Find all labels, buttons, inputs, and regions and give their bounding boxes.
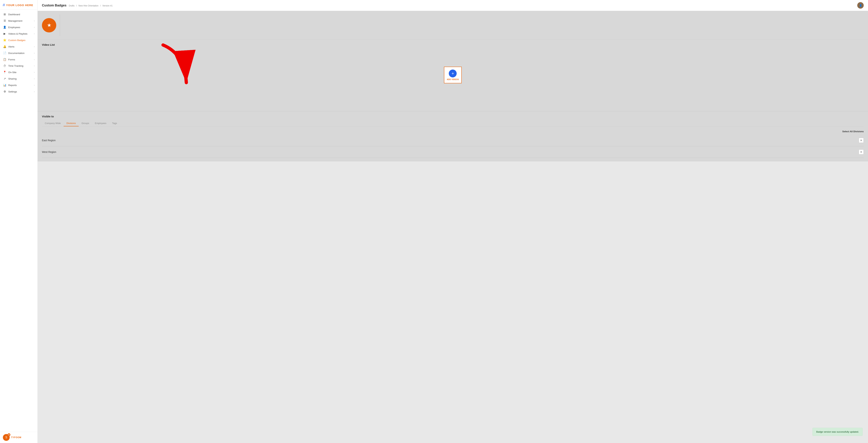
logo-area: // YOUR LOGO HERE <box>0 0 37 10</box>
on-site-chevron: › <box>34 71 35 73</box>
visible-to-section: Visible to Company WideDivisionsGroupsEm… <box>38 111 868 161</box>
logo-icon: // <box>3 3 5 7</box>
dashboard-icon: ⊞ <box>3 13 6 16</box>
sidebar-nav: ⊞ Dashboard ☰ Management › 👤 Employees ›… <box>0 10 37 432</box>
alerts-chevron: › <box>34 46 35 48</box>
management-chevron: › <box>34 20 35 22</box>
time-tracking-label: Time Tracking <box>8 64 32 67</box>
breadcrumb-sep1: / <box>76 4 77 7</box>
division-item: East Region ✕ <box>42 135 864 146</box>
documentation-chevron: › <box>34 52 35 54</box>
forms-chevron: › <box>34 59 35 61</box>
user-avatar[interactable]: 👤 <box>857 2 864 9</box>
dashboard-label: Dashboard <box>8 13 35 16</box>
video-list-section: Video List + ADD VIDEOS <box>38 39 868 111</box>
sharing-chevron: › <box>34 78 35 80</box>
visible-to-title: Visible to <box>42 115 864 118</box>
reports-chevron: › <box>34 84 35 86</box>
sidebar-item-custom-badges[interactable]: ⭐ Custom Badges <box>0 37 37 43</box>
time-tracking-chevron: › <box>34 65 35 67</box>
top-section: ★ <box>38 11 868 39</box>
sidebar-item-management[interactable]: ☰ Management › <box>0 18 37 24</box>
tab-company-wide[interactable]: Company Wide <box>42 120 64 126</box>
reports-icon: 📊 <box>3 84 6 87</box>
videos-playlists-label: Videos & Playlists <box>8 32 32 35</box>
time-tracking-icon: ⏱ <box>3 64 6 67</box>
sidebar-item-alerts[interactable]: 🔔 Alerts › <box>0 43 37 50</box>
on-site-label: On-Site <box>8 71 32 73</box>
sidebar-item-forms[interactable]: 📋 Forms › <box>0 56 37 63</box>
sidebar-item-on-site[interactable]: 📍 On-Site › <box>0 69 37 76</box>
select-all-label[interactable]: Select All Divisions <box>42 130 864 133</box>
video-list-title: Video List <box>42 43 864 46</box>
alerts-icon: 🔔 <box>3 45 6 48</box>
sidebar-item-employees[interactable]: 👤 Employees › <box>0 24 37 30</box>
breadcrumb: Drafts / New Hire Orientation / Version … <box>68 4 113 7</box>
add-videos-area: + ADD VIDEOS <box>42 50 864 100</box>
main-area: Custom Badges Drafts / New Hire Orientat… <box>38 0 868 443</box>
sidebar-item-time-tracking[interactable]: ⏱ Time Tracking › <box>0 63 37 69</box>
settings-icon: ⚙ <box>3 90 6 93</box>
division-name: East Region <box>42 139 56 142</box>
alerts-label: Alerts <box>8 45 32 48</box>
sharing-label: Sharing <box>8 78 32 80</box>
videos-playlists-icon: ▶ <box>3 32 6 35</box>
page-title: Custom Badges <box>42 4 66 7</box>
sidebar-item-settings[interactable]: ⚙ Settings › <box>0 88 37 95</box>
on-site-icon: 📍 <box>3 70 6 74</box>
badge-thumbnail: ★ <box>42 18 56 32</box>
settings-chevron: › <box>34 91 35 93</box>
content-area: ★ Video List + <box>38 11 868 443</box>
breadcrumb-version: Version #1 <box>102 4 113 7</box>
add-videos-label: ADD VIDEOS <box>447 79 459 81</box>
breadcrumb-sep2: / <box>100 4 101 7</box>
division-close-button[interactable]: ✕ <box>859 138 864 143</box>
breadcrumb-drafts: Drafts <box>69 4 74 7</box>
tab-divisions[interactable]: Divisions <box>64 120 79 126</box>
forms-label: Forms <box>8 58 32 61</box>
documentation-label: Documentation <box>8 52 32 55</box>
division-name: West Region <box>42 151 56 153</box>
tab-groups[interactable]: Groups <box>79 120 92 126</box>
videos-playlists-chevron: › <box>34 33 35 35</box>
settings-label: Settings <box>8 90 32 93</box>
toast-message: Badge version was successfully updated. <box>816 431 859 433</box>
sidebar-item-sharing[interactable]: ↗ Sharing › <box>0 76 37 82</box>
management-label: Management <box>8 20 32 22</box>
toast-notification: Badge version was successfully updated. <box>812 428 863 436</box>
add-icon: + <box>449 69 457 78</box>
add-videos-button[interactable]: + ADD VIDEOS <box>444 67 462 83</box>
header-left: Custom Badges Drafts / New Hire Orientat… <box>42 4 113 7</box>
sidebar-item-documentation[interactable]: 📄 Documentation › <box>0 50 37 56</box>
division-close-button[interactable]: ✕ <box>859 149 864 154</box>
breadcrumb-orientation: New Hire Orientation <box>79 4 98 7</box>
division-item: West Region ✕ <box>42 146 864 158</box>
employees-label: Employees <box>8 26 32 29</box>
tab-employees[interactable]: Employees <box>92 120 109 126</box>
employees-chevron: › <box>34 26 35 28</box>
footer-logo-wrap: S 20 <box>3 434 10 441</box>
visible-to-tabs: Company WideDivisionsGroupsEmployeesTags <box>42 120 864 126</box>
management-icon: ☰ <box>3 19 6 22</box>
logo-text: YOUR LOGO HERE <box>6 4 33 7</box>
tab-tags[interactable]: Tags <box>109 120 120 126</box>
reports-label: Reports <box>8 84 32 87</box>
footer-label: TYFOOM <box>11 436 21 439</box>
sidebar-footer: S 20 TYFOOM <box>0 432 37 443</box>
documentation-icon: 📄 <box>3 52 6 55</box>
sharing-icon: ↗ <box>3 77 6 80</box>
custom-badges-icon: ⭐ <box>3 38 6 42</box>
header: Custom Badges Drafts / New Hire Orientat… <box>38 0 868 11</box>
custom-badges-label: Custom Badges <box>8 39 35 41</box>
sidebar-item-videos-playlists[interactable]: ▶ Videos & Playlists › <box>0 30 37 37</box>
division-list: East Region ✕ West Region ✕ <box>42 135 864 158</box>
notification-badge: 20 <box>7 433 10 436</box>
forms-icon: 📋 <box>3 58 6 61</box>
logo: // YOUR LOGO HERE <box>3 3 35 7</box>
employees-icon: 👤 <box>3 26 6 29</box>
sidebar-item-reports[interactable]: 📊 Reports › <box>0 82 37 88</box>
sidebar: // YOUR LOGO HERE ⊞ Dashboard ☰ Manageme… <box>0 0 38 443</box>
sidebar-item-dashboard[interactable]: ⊞ Dashboard <box>0 11 37 18</box>
